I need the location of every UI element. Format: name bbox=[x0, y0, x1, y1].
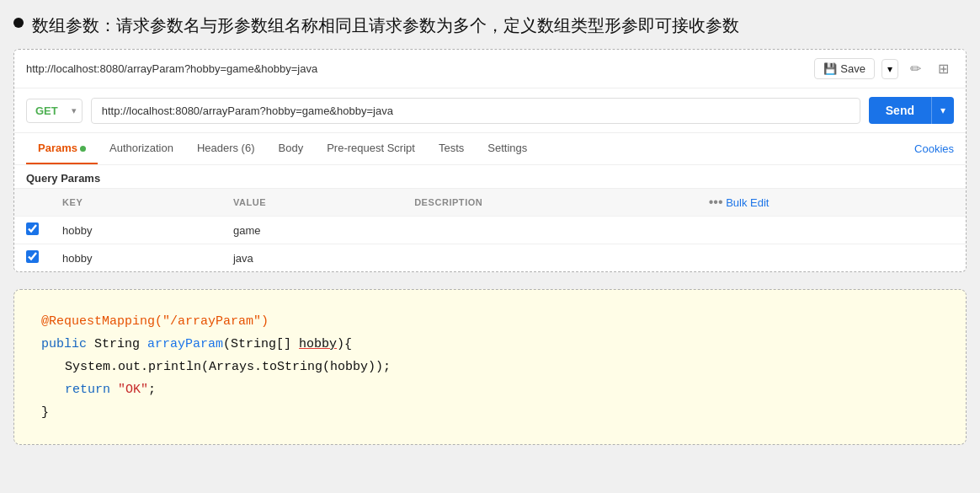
edit-icon-button[interactable]: ✏ bbox=[905, 59, 926, 78]
bullet-text: 数组参数：请求参数名与形参数组名称相同且请求参数为多个，定义数组类型形参即可接收… bbox=[32, 13, 739, 37]
postman-panel: http://localhost:8080/arrayParam?hobby=g… bbox=[13, 49, 967, 272]
row2-description bbox=[402, 244, 697, 272]
th-value: VALUE bbox=[221, 189, 402, 217]
tab-tests[interactable]: Tests bbox=[427, 133, 476, 164]
annotation: @RequestMapping("/arrayParam") bbox=[41, 314, 269, 329]
row2-checkbox-cell bbox=[14, 244, 51, 272]
th-key: KEY bbox=[51, 189, 221, 217]
url-bar: http://localhost:8080/arrayParam?hobby=g… bbox=[14, 50, 966, 88]
tab-body[interactable]: Body bbox=[267, 133, 316, 164]
tabs-row: Params Authorization Headers (6) Body Pr… bbox=[14, 133, 966, 165]
send-group: Send ▾ bbox=[869, 97, 954, 124]
save-button[interactable]: 💾 Save bbox=[814, 58, 875, 79]
save-icon: 💾 bbox=[823, 62, 837, 75]
tab-pre-request[interactable]: Pre-request Script bbox=[315, 133, 427, 164]
row2-value: java bbox=[221, 244, 402, 272]
th-actions: ••• Bulk Edit bbox=[697, 189, 966, 217]
tab-headers[interactable]: Headers (6) bbox=[185, 133, 267, 164]
th-description: DESCRIPTION bbox=[402, 189, 697, 217]
save-dropdown-button[interactable]: ▾ bbox=[881, 59, 898, 79]
bullet-section: 数组参数：请求参数名与形参数组名称相同且请求参数为多个，定义数组类型形参即可接收… bbox=[13, 13, 967, 37]
bulk-edit-button[interactable]: Bulk Edit bbox=[726, 196, 769, 209]
cookies-link[interactable]: Cookies bbox=[914, 134, 954, 163]
query-params-label: Query Params bbox=[14, 165, 966, 188]
param-hobby: hobby bbox=[299, 337, 337, 351]
row1-value: game bbox=[221, 217, 402, 244]
code-line-2: public String arrayParam(String[] hobby)… bbox=[41, 333, 939, 356]
row2-actions bbox=[697, 244, 966, 272]
table-header-row: KEY VALUE DESCRIPTION ••• Bulk Edit bbox=[14, 189, 966, 217]
tab-params[interactable]: Params bbox=[26, 133, 98, 164]
url-input[interactable] bbox=[91, 98, 860, 124]
row2-key: hobby bbox=[51, 244, 221, 272]
th-checkbox bbox=[14, 189, 51, 217]
row1-checkbox-cell bbox=[14, 217, 51, 244]
table-row: hobby game bbox=[14, 217, 966, 244]
code-panel: @RequestMapping("/arrayParam") public St… bbox=[13, 289, 967, 445]
params-table: KEY VALUE DESCRIPTION ••• Bulk Edit hobb… bbox=[14, 188, 966, 271]
request-row: GET ▾ Send ▾ bbox=[14, 88, 966, 133]
row2-checkbox[interactable] bbox=[26, 250, 39, 263]
code-line-4: return "OK"; bbox=[65, 378, 939, 401]
row1-checkbox[interactable] bbox=[26, 222, 39, 235]
copy-icon-button[interactable]: ⊞ bbox=[933, 59, 954, 78]
method-chevron-icon[interactable]: ▾ bbox=[67, 100, 82, 121]
row1-description bbox=[402, 217, 697, 244]
tab-authorization[interactable]: Authorization bbox=[98, 133, 185, 164]
params-dot bbox=[80, 146, 86, 152]
url-bar-text: http://localhost:8080/arrayParam?hobby=g… bbox=[26, 62, 807, 75]
send-button[interactable]: Send bbox=[869, 97, 931, 124]
code-line-5: } bbox=[41, 401, 939, 424]
row1-actions bbox=[697, 217, 966, 244]
save-label: Save bbox=[840, 62, 865, 75]
table-row: hobby java bbox=[14, 244, 966, 272]
method-label: GET bbox=[27, 99, 67, 122]
row1-key: hobby bbox=[51, 217, 221, 244]
send-dropdown-button[interactable]: ▾ bbox=[931, 97, 954, 124]
keyword-public: public bbox=[41, 337, 94, 351]
code-line-3: System.out.println(Arrays.toString(hobby… bbox=[65, 356, 939, 378]
dots-button[interactable]: ••• bbox=[709, 195, 723, 210]
method-wrapper: GET ▾ bbox=[26, 99, 83, 123]
tab-settings[interactable]: Settings bbox=[476, 133, 539, 164]
code-line-1: @RequestMapping("/arrayParam") bbox=[41, 310, 939, 333]
bullet-dot bbox=[13, 18, 24, 28]
